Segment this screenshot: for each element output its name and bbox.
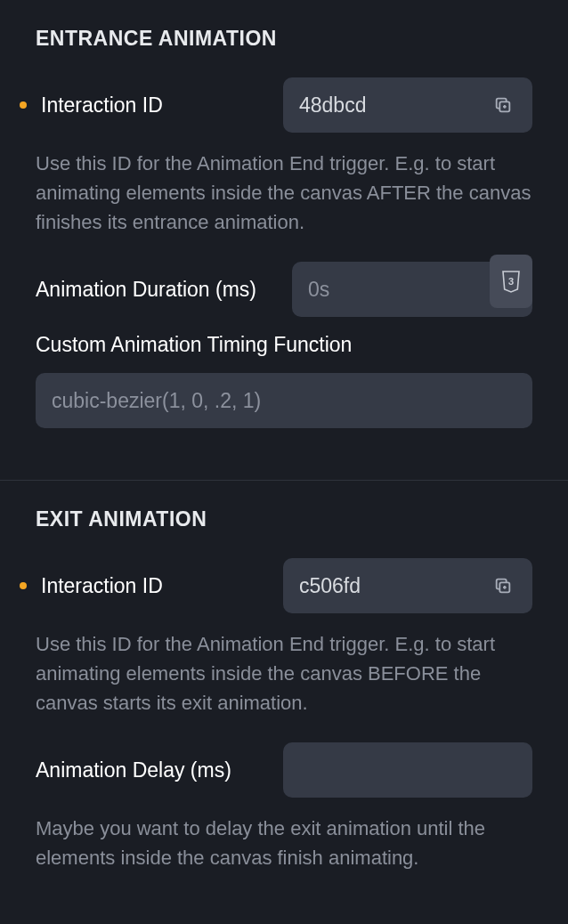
entrance-interaction-id-label: Interaction ID	[41, 93, 269, 118]
exit-animation-section: EXIT ANIMATION Interaction ID Use this I…	[0, 480, 568, 924]
entrance-interaction-id-help: Use this ID for the Animation End trigge…	[36, 149, 532, 237]
entrance-timing-input[interactable]	[52, 389, 516, 413]
exit-interaction-id-label: Interaction ID	[41, 574, 269, 598]
entrance-animation-section: ENTRANCE ANIMATION Interaction ID Use th…	[0, 0, 568, 480]
exit-interaction-id-help: Use this ID for the Animation End trigge…	[36, 629, 532, 717]
entrance-timing-block: Custom Animation Timing Function	[36, 333, 532, 428]
exit-delay-help: Maybe you want to delay the exit animati…	[36, 814, 532, 872]
copy-button[interactable]	[490, 572, 516, 599]
status-dot-icon	[20, 101, 27, 109]
status-dot-icon	[20, 582, 27, 589]
exit-delay-input[interactable]	[299, 758, 516, 782]
entrance-duration-row: Animation Duration (ms) 3	[36, 262, 532, 317]
entrance-timing-label: Custom Animation Timing Function	[36, 333, 532, 357]
copy-button[interactable]	[490, 92, 516, 118]
exit-interaction-id-input-wrap	[283, 558, 532, 613]
entrance-duration-label: Animation Duration (ms)	[36, 278, 278, 302]
entrance-timing-input-wrap	[36, 373, 532, 428]
exit-delay-label: Animation Delay (ms)	[36, 758, 269, 782]
copy-icon	[493, 95, 513, 115]
entrance-duration-input[interactable]	[308, 278, 516, 302]
copy-icon	[493, 576, 513, 596]
exit-interaction-id-input[interactable]	[299, 574, 490, 598]
exit-delay-input-wrap	[283, 742, 532, 798]
entrance-interaction-id-input-wrap	[283, 77, 532, 133]
entrance-interaction-id-row: Interaction ID	[20, 77, 532, 133]
entrance-duration-input-wrap: 3	[292, 262, 532, 317]
entrance-section-title: ENTRANCE ANIMATION	[36, 27, 532, 51]
entrance-interaction-id-input[interactable]	[299, 93, 490, 118]
css3-icon: 3	[500, 270, 522, 294]
css-badge[interactable]: 3	[490, 255, 532, 308]
exit-interaction-id-row: Interaction ID	[20, 558, 532, 613]
svg-text:3: 3	[508, 276, 514, 287]
exit-section-title: EXIT ANIMATION	[36, 507, 532, 531]
exit-delay-row: Animation Delay (ms)	[36, 742, 532, 798]
